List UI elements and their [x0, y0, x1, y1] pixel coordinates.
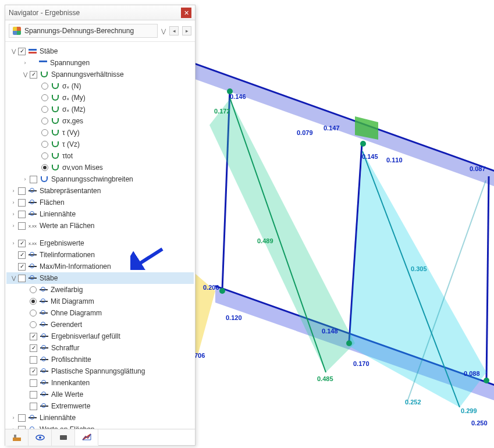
radio[interactable] [41, 83, 48, 90]
result-value-label: 0.145 [362, 153, 378, 160]
checkbox[interactable] [18, 414, 26, 422]
tree-item[interactable]: ›Spannungsschwingbreiten [6, 173, 194, 185]
checkbox[interactable] [18, 211, 26, 218]
tree-item[interactable]: ›Liniennähte [6, 208, 194, 220]
tree-item[interactable]: Schraffur [6, 342, 194, 354]
tree-item[interactable]: Titelinformationen [6, 249, 194, 261]
tree-item[interactable]: ›x.xxWerte an Flächen [6, 220, 194, 232]
checkbox[interactable] [18, 240, 26, 247]
tree-item[interactable]: ⋁Stäbe [6, 272, 194, 284]
dropdown-caret-icon[interactable]: ⋁ [161, 28, 166, 34]
tree-item-label: σₓ (Mz) [62, 105, 194, 113]
tree-item[interactable]: ›Liniennähte [6, 412, 194, 424]
tree-item[interactable]: Max/Min-Informationen [6, 261, 194, 272]
tab-display-icon[interactable] [29, 429, 52, 446]
chevron-down-icon[interactable]: ⋁ [10, 48, 17, 54]
tree-item[interactable]: σx,ges [6, 115, 194, 127]
checkbox[interactable] [18, 199, 26, 207]
checkbox[interactable] [18, 251, 26, 259]
radio[interactable] [30, 298, 37, 305]
radio[interactable] [30, 321, 37, 328]
tree-item[interactable]: τtot [6, 150, 194, 162]
tree-item[interactable]: Ergebnisverlauf gefüllt [6, 330, 194, 342]
stress-icon [38, 59, 48, 67]
checkbox[interactable] [30, 344, 37, 352]
tree-item[interactable]: τ (Vz) [6, 138, 194, 150]
calc-type-dropdown[interactable]: Spannungs-Dehnungs-Berechnung [9, 24, 158, 38]
radio[interactable] [41, 94, 48, 101]
checkbox[interactable] [30, 356, 37, 364]
chevron-right-icon[interactable]: › [10, 188, 17, 194]
tree-item[interactable]: ›Spannungen [6, 57, 194, 69]
tab-results-icon[interactable] [75, 429, 98, 446]
chevron-right-icon[interactable]: › [22, 60, 29, 66]
tree-item-label: Zweifarbig [51, 286, 194, 294]
tree-item[interactable]: ⋁Spannungsverhältnisse [6, 69, 194, 80]
chevron-right-icon[interactable]: › [10, 223, 17, 229]
display-icon [40, 390, 49, 399]
panel-close-button[interactable]: ✕ [181, 8, 191, 18]
chevron-right-icon[interactable]: › [10, 200, 17, 205]
tree-item[interactable]: Extremwerte [6, 400, 194, 412]
tree-item[interactable]: Gerendert [6, 319, 194, 330]
tree-item-label: Profilschnitte [51, 355, 194, 364]
chevron-down-icon[interactable]: ⋁ [22, 72, 29, 77]
checkbox[interactable] [30, 333, 37, 340]
tree-item[interactable]: ›Stabrepräsentanten [6, 185, 194, 197]
radio[interactable] [41, 164, 48, 171]
checkbox[interactable] [18, 187, 26, 195]
radio[interactable] [41, 118, 48, 125]
chevron-right-icon[interactable]: › [22, 176, 29, 182]
radio[interactable] [30, 286, 37, 293]
tree-item[interactable]: ›Flächen [6, 197, 194, 208]
svg-point-17 [346, 340, 352, 346]
tree-item[interactable]: σv,von Mises [6, 162, 194, 173]
radio[interactable] [41, 106, 48, 113]
radio[interactable] [41, 129, 48, 136]
chevron-down-icon[interactable]: ⋁ [10, 275, 17, 281]
app-logo-icon [13, 27, 21, 35]
tree-item[interactable]: τ (Vy) [6, 127, 194, 138]
radio[interactable] [30, 310, 37, 317]
tree-item[interactable]: σₓ (Mz) [6, 104, 194, 115]
tree-item-label: Spannungen [50, 59, 194, 67]
tree-item[interactable]: ⋁Stäbe [6, 45, 194, 57]
result-u-icon [51, 140, 60, 148]
checkbox[interactable] [30, 391, 37, 399]
chevron-right-icon[interactable]: › [10, 240, 17, 246]
checkbox[interactable] [18, 263, 26, 271]
tree-item[interactable]: Mit Diagramm [6, 296, 194, 307]
checkbox[interactable] [30, 403, 37, 410]
tree-item[interactable]: Innenkanten [6, 377, 194, 389]
checkbox[interactable] [30, 176, 37, 183]
tree-item[interactable]: σₓ (My) [6, 92, 194, 104]
result-u-icon [51, 105, 60, 113]
prev-button[interactable]: ◂ [169, 26, 179, 35]
checkbox[interactable] [18, 275, 26, 282]
tab-project-icon[interactable] [5, 429, 29, 446]
tree-item[interactable]: Zweifarbig [6, 284, 194, 296]
tree-item[interactable]: σₓ (N) [6, 80, 194, 92]
result-tree[interactable]: ⋁Stäbe›Spannungen⋁Spannungsverhältnisseσ… [5, 42, 195, 429]
checkbox[interactable] [30, 368, 37, 375]
tree-item[interactable]: Ohne Diagramm [6, 307, 194, 319]
next-button[interactable]: ▸ [182, 26, 191, 35]
radio[interactable] [41, 152, 48, 159]
chevron-right-icon[interactable]: › [10, 211, 17, 217]
values-icon: x.xx [28, 222, 37, 230]
chevron-right-icon[interactable]: › [10, 415, 17, 421]
checkbox[interactable] [18, 222, 26, 230]
tree-item[interactable]: Plastische Spannungsglättung [6, 365, 194, 377]
tab-views-icon[interactable] [52, 429, 75, 446]
checkbox[interactable] [30, 379, 37, 387]
tree-item-label: Spannungsverhältnisse [51, 70, 194, 79]
tree-item[interactable]: ›Werte an Flächen [6, 424, 194, 429]
tree-item[interactable]: Profilschnitte [6, 354, 194, 365]
tree-item-label: Spannungsschwingbreiten [51, 175, 194, 183]
result-u-icon [51, 94, 60, 102]
checkbox[interactable] [30, 71, 37, 79]
tree-item[interactable]: ›x.xxErgebniswerte [6, 237, 194, 249]
radio[interactable] [41, 141, 48, 148]
checkbox[interactable] [18, 48, 26, 55]
tree-item[interactable]: Alle Werte [6, 389, 194, 400]
